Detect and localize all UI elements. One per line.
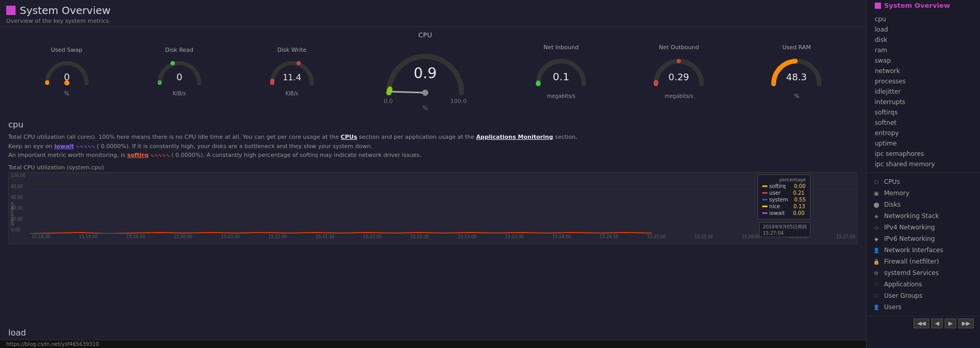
page-icon (6, 6, 16, 15)
ipv6-icon: ◆ (873, 235, 880, 242)
legend-softirq-color (762, 185, 767, 187)
sidebar-item-network-interfaces[interactable]: 👤 Network Interfaces (866, 244, 980, 256)
chart-title: Total CPU utilization (system.cpu) (8, 164, 858, 171)
x-label-15: 15:26:00 (741, 235, 760, 243)
sidebar-item-network[interactable]: network (866, 66, 980, 76)
sidebar-item-disks[interactable]: ⬤ Disks (866, 199, 980, 210)
svg-text:0.9: 0.9 (414, 65, 437, 82)
chart-date: 2019年9月05日周四 15:27:04 (759, 222, 810, 237)
softirq-value: ( 0.0000%). (171, 152, 205, 158)
x-label-10: 15:23:30 (505, 235, 524, 243)
y-label-80: 80.00 (11, 184, 29, 189)
softirq-link[interactable]: softirq (127, 152, 148, 158)
chart-grid (30, 172, 857, 234)
x-label-14: 15:25:30 (694, 235, 713, 243)
iowait-link[interactable]: iowait (54, 143, 74, 150)
sidebar-item-cpu[interactable]: cpu (866, 14, 980, 24)
svg-text:48.3: 48.3 (786, 71, 807, 82)
sidebar-item-firewall[interactable]: 🔒 Firewall (netfilter) (866, 256, 980, 267)
legend-user: user 0.21 (762, 190, 806, 196)
disk-write-gauge: Disk Write 11.4 KiB/s (266, 47, 318, 96)
cpu-info-text: Total CPU utilization (all cores). 100% … (8, 133, 858, 160)
sidebar-item-cpus[interactable]: ⬡ CPUs (866, 176, 980, 187)
network-interfaces-icon: 👤 (873, 247, 880, 254)
firewall-icon: 🔒 (873, 258, 880, 265)
page-title: System Overview (6, 4, 860, 17)
sidebar-item-idlejitter[interactable]: idlejitter (866, 86, 980, 97)
x-label-2: 15:19:30 (127, 235, 145, 243)
net-inbound-gauge: Net Inbound 0.1 megabits/s (533, 44, 590, 99)
legend-user-name: user (769, 190, 781, 196)
nav-controls: ◀◀ ◀ ▶ ▶▶ (866, 316, 980, 330)
x-label-17: 15:27:00 (836, 235, 855, 243)
legend-iowait-color (762, 212, 767, 214)
svg-line-12 (391, 92, 425, 93)
used-swap-unit: % (64, 91, 69, 96)
nav-prev-btn[interactable]: ◀ (931, 318, 943, 328)
svg-text:0: 0 (176, 71, 182, 82)
sidebar-item-memory[interactable]: ▣ Memory (866, 187, 980, 199)
info-line1c: section. (555, 134, 577, 140)
info-line1: Total CPU utilization (all cores). 100% … (8, 134, 339, 140)
cpu-info-section: cpu Total CPU utilization (all cores). 1… (0, 115, 866, 162)
sidebar-item-ipv6[interactable]: ◆ IPv6 Networking (866, 233, 980, 244)
sidebar-item-ipc-shared-memory[interactable]: ipc shared memory (866, 159, 980, 169)
user-groups-icon: ♡ (873, 292, 880, 299)
chart-area[interactable]: 100.00 80.00 60.00 40.00 20.00 0.00 perc… (8, 172, 858, 244)
y-axis-label: percentage (9, 201, 16, 227)
nav-first-btn[interactable]: ◀◀ (914, 318, 929, 328)
sidebar-item-applications[interactable]: ♡ Applications (866, 279, 980, 290)
sidebar-active-label: System Overview (884, 2, 950, 9)
sidebar-item-ipc-semaphores[interactable]: ipc semaphores (866, 149, 980, 159)
sidebar-item-interrupts[interactable]: interrupts (866, 97, 980, 107)
cpu-gauge: CPU 0.9 0.0 100.0 % (379, 31, 472, 111)
legend-iowait: iowait 0.00 (762, 210, 806, 216)
used-ram-label: Used RAM (782, 44, 811, 51)
x-label-1: 15:19:00 (79, 235, 97, 243)
disk-read-unit: KiB/s (173, 91, 186, 96)
svg-text:0.29: 0.29 (668, 71, 689, 82)
footer: https://blog.csdn.net/ysf465639310 (0, 340, 866, 348)
x-label-4: 15:20:30 (221, 235, 240, 243)
app-mon-link[interactable]: Applications Monitoring (476, 134, 553, 140)
sidebar-item-softnet[interactable]: softnet (866, 118, 980, 128)
sidebar-item-users[interactable]: 👤 Users (866, 301, 980, 313)
softirq-sparkline: ∿∿∿∿∿ (150, 153, 172, 158)
header: System Overview Overview of the key syst… (0, 0, 866, 27)
disk-read-gauge: Disk Read 0 KiB/s (153, 47, 205, 96)
x-label-5: 15:21:00 (268, 235, 287, 243)
sidebar-item-uptime[interactable]: uptime (866, 138, 980, 149)
sidebar-item-entropy[interactable]: entropy (866, 128, 980, 138)
nav-next-btn[interactable]: ▶ (945, 318, 956, 328)
used-swap-arc: 0 (41, 54, 93, 91)
legend-nice: nice 0.13 (762, 204, 806, 209)
legend-nice-value: 0.13 (793, 204, 805, 209)
legend-system-name: system (769, 197, 788, 202)
sidebar-item-processes[interactable]: processes (866, 76, 980, 86)
legend-user-color (762, 192, 767, 194)
sidebar-item-swap[interactable]: swap (866, 55, 980, 66)
cpus-link[interactable]: CPUs (341, 134, 357, 140)
sidebar-item-ram[interactable]: ram (866, 45, 980, 55)
sidebar: System Overview cpu load disk ram swap n… (866, 0, 980, 348)
legend-softirq-name: softirq (769, 183, 786, 189)
legend-user-value: 0.21 (793, 190, 804, 196)
legend-iowait-name: iowait (769, 210, 785, 216)
sidebar-item-networking-stack[interactable]: ◈ Networking Stack (866, 210, 980, 222)
legend-nice-color (762, 206, 767, 207)
sidebar-item-softirqs[interactable]: softirqs (866, 107, 980, 118)
sidebar-active-icon (875, 3, 881, 9)
systemd-icon: ⚙ (873, 269, 880, 277)
nav-last-btn[interactable]: ▶▶ (958, 318, 974, 328)
legend-softirq: softirq 0.00 (762, 183, 806, 189)
sidebar-item-systemd[interactable]: ⚙ systemd Services (866, 267, 980, 279)
sidebar-item-ipv4[interactable]: ◇ IPv4 Networking (866, 222, 980, 233)
memory-icon: ▣ (873, 190, 880, 197)
disks-icon: ⬤ (873, 201, 880, 208)
sidebar-item-load[interactable]: load (866, 24, 980, 35)
iowait-value: ( 0.0000%). (97, 143, 131, 150)
cpu-section-title: cpu (8, 120, 858, 129)
y-label-100: 100.00 (11, 173, 29, 178)
sidebar-item-user-groups[interactable]: ♡ User Groups (866, 290, 980, 301)
sidebar-item-disk[interactable]: disk (866, 35, 980, 45)
